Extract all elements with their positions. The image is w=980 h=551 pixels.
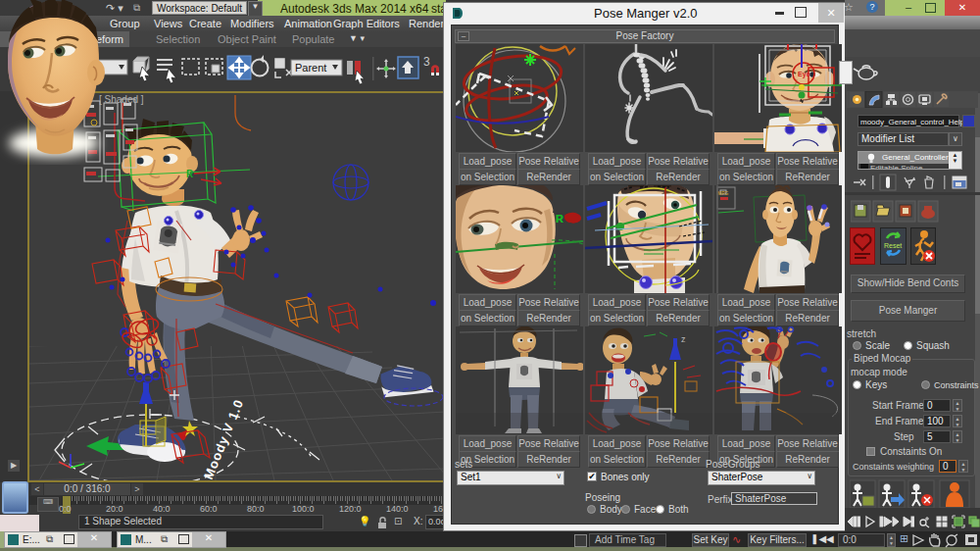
svg-text:3: 3 [423, 55, 430, 69]
svg-text:Reset: Reset [884, 242, 902, 249]
svg-text:R: R [186, 169, 194, 179]
svg-text:Eye: Eye [798, 71, 810, 78]
svg-text:Parent: Parent [295, 62, 326, 74]
svg-text:MPG: MPG [717, 190, 729, 196]
svg-text:Moody V 1.0: Moody V 1.0 [201, 397, 246, 480]
svg-text:R: R [556, 213, 564, 225]
